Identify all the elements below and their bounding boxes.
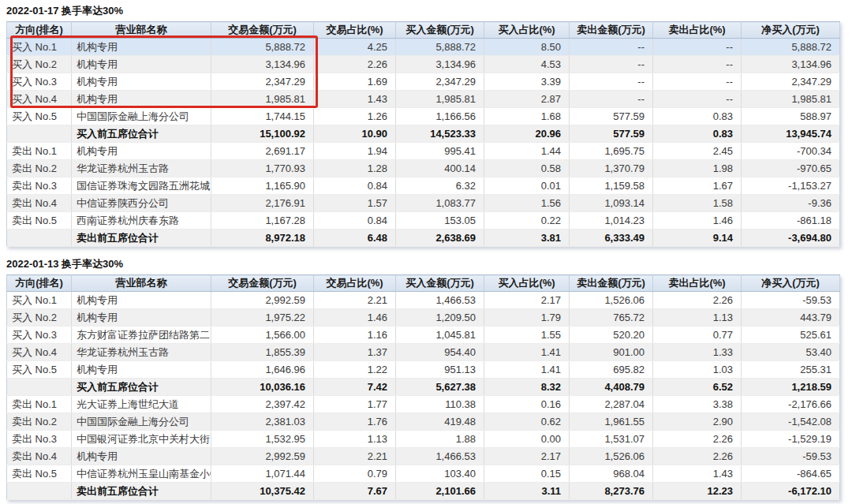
seat-row[interactable]: 卖出 No.4中信证券陕西分公司2,176.911.571,083.771.56…	[7, 195, 840, 212]
net-buy-cell: 588.97	[742, 108, 840, 125]
value-cell: 0.83	[653, 108, 742, 125]
value-cell: 2,381.03	[211, 413, 314, 431]
broker-name-cell: 光大证券上海世纪大道	[72, 396, 211, 413]
value-cell: 400.14	[396, 160, 484, 177]
column-header: 营业部名称	[72, 22, 211, 39]
seat-row[interactable]: 买入 No.5机构专用1,646.961.22951.131.41695.821…	[7, 361, 840, 379]
value-cell: 8,273.76	[570, 483, 653, 500]
value-cell: 1,985.81	[396, 91, 484, 108]
value-cell: --	[653, 56, 742, 73]
seat-row[interactable]: 卖出 No.5中信证券杭州玉皇山南基金小镇1,071.440.79103.400…	[7, 465, 840, 483]
broker-name-cell: 机构专用	[72, 309, 211, 327]
value-cell: 1.33	[653, 344, 742, 361]
seat-row[interactable]: 卖出 No.5西南证券杭州庆春东路1,167.280.84153.050.221…	[7, 212, 840, 230]
column-header: 交易占比(%)	[314, 275, 396, 292]
value-cell: 2,347.29	[396, 73, 484, 91]
value-cell: 0.79	[314, 465, 396, 483]
value-cell: 3,134.96	[211, 56, 314, 73]
broker-name-cell: 机构专用	[72, 56, 211, 73]
direction-rank-cell: 买入 No.5	[7, 108, 72, 125]
broker-name-cell: 机构专用	[72, 39, 211, 56]
direction-rank-cell: 卖出 No.4	[7, 448, 72, 465]
value-cell: 110.38	[396, 396, 484, 413]
broker-name-cell: 中国国际金融上海分公司	[72, 413, 211, 431]
direction-rank-cell: 卖出 No.5	[7, 465, 72, 483]
seat-row[interactable]: 卖出 No.2华龙证券杭州玉古路1,770.931.28400.140.581,…	[7, 160, 840, 177]
value-cell: 1.26	[314, 108, 396, 125]
net-buy-cell: -864.65	[742, 465, 840, 483]
seat-row[interactable]: 买入 No.2机构专用1,975.221.461,209.501.79765.7…	[7, 309, 840, 327]
value-cell: 1,209.50	[396, 309, 484, 327]
value-cell: 0.58	[484, 160, 570, 177]
value-cell: 1,646.96	[211, 361, 314, 379]
seat-row[interactable]: 买入 No.2机构专用3,134.962.263,134.964.53----3…	[7, 56, 840, 73]
value-cell: 2,691.17	[211, 143, 314, 160]
seat-row[interactable]: 买入 No.3机构专用2,347.291.692,347.293.39----2…	[7, 73, 840, 91]
header-row: 方向(排名)营业部名称交易金额(万元)交易占比(%)买入金额(万元)买入占比(%…	[7, 22, 840, 39]
value-cell: 0.15	[484, 465, 570, 483]
column-header: 方向(排名)	[7, 275, 72, 292]
seat-row[interactable]: 买入 No.5中国国际金融上海分公司1,744.151.261,166.561.…	[7, 108, 840, 125]
direction-rank-cell: 卖出 No.1	[7, 143, 72, 160]
broker-name-cell: 东方财富证券拉萨团结路第二	[72, 327, 211, 344]
broker-name-cell: 机构专用	[72, 73, 211, 91]
trading-seats-table: 方向(排名)营业部名称交易金额(万元)交易占比(%)买入金额(万元)买入占比(%…	[6, 274, 840, 500]
value-cell: 0.84	[314, 212, 396, 230]
value-cell: 1,370.79	[570, 160, 653, 177]
value-cell: 968.04	[570, 465, 653, 483]
seat-row[interactable]: 买入 No.4华龙证券杭州玉古路1,855.391.37954.401.4190…	[7, 344, 840, 361]
broker-name-cell: 机构专用	[72, 448, 211, 465]
value-cell: 1.56	[484, 195, 570, 212]
value-cell: 1.94	[314, 143, 396, 160]
value-cell: 5,627.38	[396, 379, 484, 396]
direction-rank-cell: 买入 No.1	[7, 39, 72, 56]
value-cell: 1,083.77	[396, 195, 484, 212]
broker-name-cell: 华龙证券杭州玉古路	[72, 344, 211, 361]
value-cell: 10,375.42	[211, 483, 314, 500]
column-header: 买入金额(万元)	[396, 22, 484, 39]
total-row[interactable]: 卖出前五席位合计10,375.427.672,101.663.118,273.7…	[7, 483, 840, 500]
direction-rank-cell: 卖出 No.1	[7, 396, 72, 413]
value-cell: 1.77	[314, 396, 396, 413]
total-row[interactable]: 买入前五席位合计10,036.167.425,627.388.324,408.7…	[7, 379, 840, 396]
seat-row[interactable]: 卖出 No.4机构专用2,992.592.211,466.532.171,526…	[7, 448, 840, 465]
total-row[interactable]: 卖出前五席位合计8,972.186.482,638.693.816,333.49…	[7, 230, 840, 247]
value-cell: 12.23	[653, 483, 742, 500]
net-buy-cell: -700.34	[742, 143, 840, 160]
value-cell: 419.48	[396, 413, 484, 431]
value-cell: --	[570, 91, 653, 108]
value-cell: 2.17	[484, 448, 570, 465]
direction-rank-cell: 买入 No.5	[7, 361, 72, 379]
seat-row[interactable]: 卖出 No.1光大证券上海世纪大道2,397.421.77110.380.162…	[7, 396, 840, 413]
value-cell: 6.52	[653, 379, 742, 396]
direction-rank-cell: 卖出 No.2	[7, 160, 72, 177]
value-cell: 1.41	[484, 361, 570, 379]
broker-name-cell: 机构专用	[72, 143, 211, 160]
value-cell: 15,100.92	[211, 125, 314, 143]
seat-row[interactable]: 买入 No.3东方财富证券拉萨团结路第二1,566.001.161,045.81…	[7, 327, 840, 344]
seat-row[interactable]: 买入 No.1机构专用5,888.724.255,888.728.50----5…	[7, 39, 840, 56]
seat-row[interactable]: 卖出 No.2中国国际金融上海分公司2,381.031.76419.480.62…	[7, 413, 840, 431]
value-cell: 0.22	[484, 212, 570, 230]
seat-row[interactable]: 买入 No.4机构专用1,985.811.431,985.812.87----1…	[7, 91, 840, 108]
net-buy-cell: 525.61	[742, 327, 840, 344]
value-cell: 577.59	[570, 108, 653, 125]
total-row[interactable]: 买入前五席位合计15,100.9210.9014,523.3320.96577.…	[7, 125, 840, 143]
seat-row[interactable]: 买入 No.1机构专用2,992.592.211,466.532.171,526…	[7, 292, 840, 309]
value-cell: 1,695.75	[570, 143, 653, 160]
value-cell: 1,466.53	[396, 292, 484, 309]
direction-rank-cell: 卖出 No.5	[7, 212, 72, 230]
value-cell: 2.26	[653, 292, 742, 309]
value-cell: --	[653, 39, 742, 56]
broker-name-cell: 机构专用	[72, 361, 211, 379]
net-buy-cell: 53.40	[742, 344, 840, 361]
value-cell: 2.26	[314, 56, 396, 73]
value-cell: 1.37	[314, 344, 396, 361]
direction-rank-cell: 买入 No.3	[7, 327, 72, 344]
seat-row[interactable]: 卖出 No.1机构专用2,691.171.94995.411.441,695.7…	[7, 143, 840, 160]
value-cell: 1,466.53	[396, 448, 484, 465]
section-2022-01-17: 2022-01-17 换手率达30% 方向(排名)营业部名称交易金额(万元)交易…	[6, 5, 839, 247]
seat-row[interactable]: 卖出 No.3中国银河证券北京中关村大街1,532.951.131.880.00…	[7, 431, 840, 448]
seat-row[interactable]: 卖出 No.3国信证券珠海文园路五洲花城1,165.900.846.320.01…	[7, 177, 840, 195]
value-cell: 2.21	[314, 292, 396, 309]
